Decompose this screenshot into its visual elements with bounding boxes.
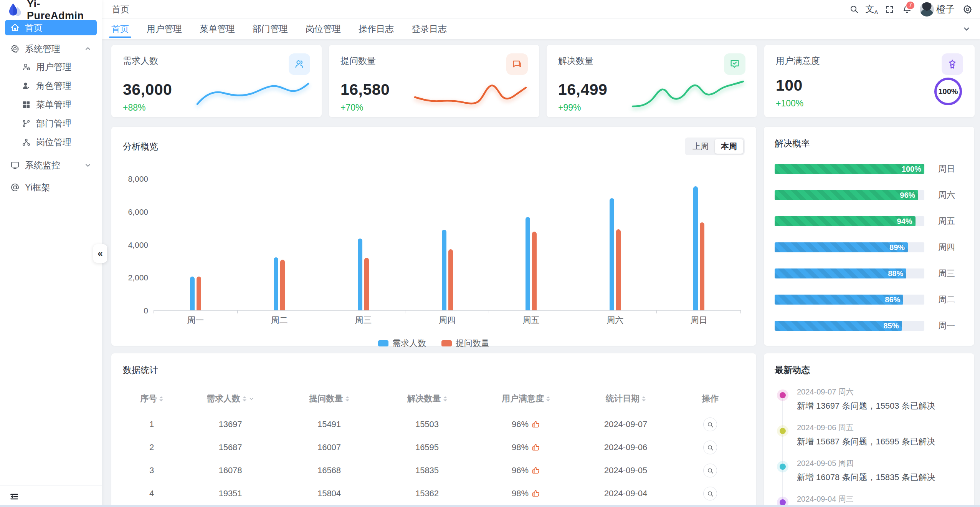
x-label: 周五 <box>489 315 573 326</box>
sort-caret[interactable] <box>159 396 163 401</box>
translate-icon[interactable]: 文A <box>863 0 881 18</box>
fullscreen-icon[interactable] <box>881 0 898 18</box>
sidebar-item-menu-mgmt[interactable]: 菜单管理 <box>5 95 97 114</box>
progress-percent: 94% <box>897 216 912 226</box>
col-header-solved[interactable]: 解决数量 <box>378 388 476 413</box>
progress-fill: 89% <box>775 242 908 252</box>
horizontal-scrollbar[interactable] <box>0 505 980 507</box>
sidebar-item-user-mgmt[interactable]: 用户管理 <box>5 58 97 76</box>
tab-post-mgmt[interactable]: 岗位管理 <box>306 19 341 39</box>
toggle-last-week[interactable]: 上周 <box>686 139 715 154</box>
timeline-text: 新增 15687 条问题，16595 条已解决 <box>797 436 963 447</box>
progress-day-label: 周六 <box>938 189 963 201</box>
overview-chart-card: 分析概览 上周 本周 8,000 6,000 4,000 2,000 0 周一 … <box>111 127 756 346</box>
app-title: Yi-PureAdmin <box>27 0 95 22</box>
sidebar-item-dept-mgmt[interactable]: 部门管理 <box>5 114 97 133</box>
solve-rate-row: 100% 周日 <box>775 163 963 175</box>
timeline-date: 2024-09-05 周四 <box>797 458 963 469</box>
progress-fill: 94% <box>775 216 916 226</box>
timeline-text: 新增 13697 条问题，15503 条已解决 <box>797 400 963 412</box>
bell-icon[interactable]: 7 <box>898 0 916 18</box>
overview-title: 分析概览 <box>123 141 158 152</box>
sort-caret[interactable] <box>243 396 246 401</box>
tab-menu-mgmt[interactable]: 菜单管理 <box>200 19 235 39</box>
solve-rate-card: 解决概率 100% 周日 96% 周六 94% 周五 89% 周四 88% 周三… <box>764 127 974 346</box>
gear-icon <box>10 44 20 53</box>
search-icon[interactable] <box>845 0 863 18</box>
y-tick: 4,000 <box>128 240 148 250</box>
view-row-button[interactable] <box>703 418 717 431</box>
bar-demand <box>610 198 614 310</box>
sidebar-item-post-mgmt[interactable]: 岗位管理 <box>5 133 97 152</box>
view-row-button[interactable] <box>703 441 717 454</box>
tabs-more-chevron-icon[interactable] <box>963 25 970 33</box>
sidebar-item-home[interactable]: 首页 <box>5 20 97 35</box>
home-icon <box>10 23 20 32</box>
avatar[interactable] <box>920 2 934 17</box>
sort-caret[interactable] <box>642 396 646 401</box>
x-label: 周四 <box>405 315 489 326</box>
username[interactable]: 橙子 <box>936 3 955 15</box>
timeline-item: 2024-09-06 周五 新增 15687 条问题，16595 条已解决 <box>775 422 963 447</box>
stat-title: 用户满意度 <box>776 55 820 67</box>
timeline-card: 最新动态 2024-09-07 周六 新增 13697 条问题，15503 条已… <box>764 353 974 507</box>
col-header-demand[interactable]: 需求人数 <box>180 388 280 413</box>
sidebar-item-label: 系统管理 <box>25 43 60 55</box>
sidebar-item-monitor[interactable]: 系统监控 <box>5 156 97 174</box>
col-header-questions[interactable]: 提问数量 <box>280 388 378 413</box>
tab-user-mgmt[interactable]: 用户管理 <box>147 19 182 39</box>
legend-item-questions[interactable]: 提问数量 <box>441 338 489 349</box>
thumb-up-icon <box>532 443 540 452</box>
app-logo[interactable]: Yi-PureAdmin <box>0 0 102 20</box>
sidebar-item-label: 系统监控 <box>25 159 60 171</box>
tab-dept-mgmt[interactable]: 部门管理 <box>253 19 288 39</box>
sort-caret[interactable] <box>443 396 447 401</box>
sidebar-item-label: 岗位管理 <box>36 136 71 148</box>
progress-track: 100% <box>775 164 924 174</box>
bar-demand <box>274 257 278 310</box>
sidebar-item-framework[interactable]: Yi框架 <box>5 179 97 196</box>
collapse-panel-button[interactable]: « <box>93 244 107 263</box>
col-header-date[interactable]: 统计日期 <box>576 388 676 413</box>
progress-day-label: 周二 <box>938 294 963 305</box>
stat-card-solved: 解决数量 16,499 +99% <box>547 45 757 117</box>
progress-fill: 85% <box>775 321 902 331</box>
y-tick: 6,000 <box>128 207 148 217</box>
view-row-button[interactable] <box>703 464 717 477</box>
solve-rate-row: 86% 周二 <box>775 294 963 305</box>
notification-badge: 7 <box>906 1 915 10</box>
logo-droplet-icon <box>7 2 22 18</box>
progress-track: 94% <box>775 216 924 226</box>
bar-demand <box>358 239 362 310</box>
stat-value: 16,499 <box>558 81 607 99</box>
toggle-this-week[interactable]: 本周 <box>715 139 743 154</box>
solve-rate-title: 解决概率 <box>775 138 810 148</box>
table-row: 4 19351 15804 15362 98% 2024-09-04 <box>123 482 745 505</box>
sidebar-item-label: 用户管理 <box>36 61 71 73</box>
tab-login-log[interactable]: 登录日志 <box>412 19 447 39</box>
progress-day-label: 周一 <box>938 320 963 331</box>
progress-day-label: 周四 <box>938 242 963 253</box>
filter-chevron-icon[interactable] <box>249 396 254 401</box>
progress-percent: 100% <box>902 164 921 174</box>
tab-op-log[interactable]: 操作日志 <box>359 19 394 39</box>
collapse-sidebar-icon[interactable] <box>8 490 21 503</box>
sidebar-item-label: 部门管理 <box>36 118 71 129</box>
stat-delta: +99% <box>558 103 607 113</box>
progress-track: 85% <box>775 321 924 331</box>
tab-home[interactable]: 首页 <box>111 19 129 39</box>
table-title: 数据统计 <box>123 365 158 375</box>
legend-item-demand[interactable]: 需求人数 <box>378 338 426 349</box>
sidebar-item-system[interactable]: 系统管理 <box>5 40 97 58</box>
gear-icon[interactable] <box>959 0 976 18</box>
col-header-serial[interactable]: 序号 <box>123 388 180 413</box>
x-label: 周六 <box>573 315 657 326</box>
sort-caret[interactable] <box>345 396 349 401</box>
stat-delta: +70% <box>340 103 390 113</box>
sidebar-menu: 首页 系统管理 用户管理 角色管理 <box>0 20 102 485</box>
sidebar-item-role-mgmt[interactable]: 角色管理 <box>5 76 97 95</box>
col-header-satisfaction[interactable]: 用户满意度 <box>476 388 576 413</box>
view-row-button[interactable] <box>703 487 717 500</box>
sort-caret[interactable] <box>546 396 550 401</box>
bar-demand <box>442 230 446 310</box>
